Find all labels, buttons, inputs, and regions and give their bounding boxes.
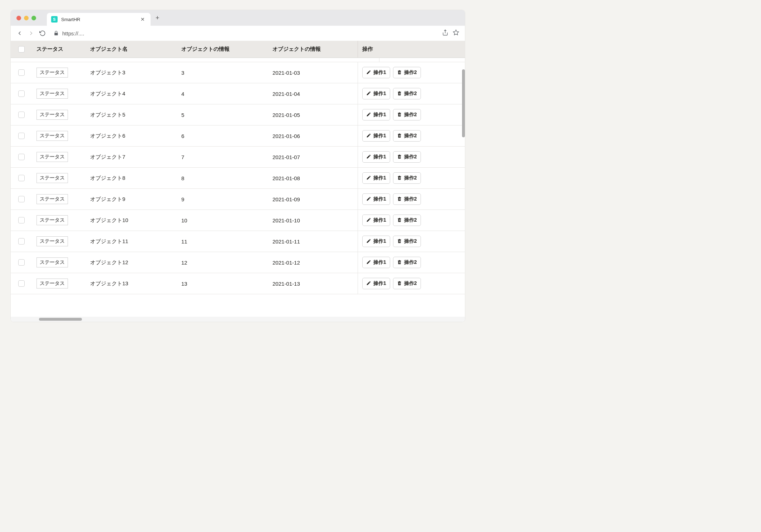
status-badge: ステータス bbox=[36, 131, 68, 141]
share-icon[interactable] bbox=[442, 29, 448, 37]
edit-button[interactable]: 操作1 bbox=[362, 109, 390, 120]
select-all-checkbox[interactable] bbox=[18, 46, 25, 53]
table-row: ステータスオブジェクト12122021-01-12操作1操作2 bbox=[11, 252, 465, 273]
delete-button[interactable]: 操作2 bbox=[393, 278, 421, 289]
row-actions-cell: 操作1操作2 bbox=[358, 125, 443, 146]
star-icon[interactable] bbox=[453, 29, 459, 37]
edit-button[interactable]: 操作1 bbox=[362, 151, 390, 163]
action2-label: 操作2 bbox=[404, 238, 417, 245]
table-row: ステータスオブジェクト882021-01-08操作1操作2 bbox=[11, 168, 465, 189]
table-row: ステータスオブジェクト772021-01-07操作1操作2 bbox=[11, 147, 465, 168]
edit-button[interactable]: 操作1 bbox=[362, 88, 390, 99]
trash-icon bbox=[397, 238, 402, 245]
row-checkbox-cell bbox=[11, 238, 32, 245]
table-row-partial bbox=[11, 58, 465, 62]
row-name-cell: オブジェクト3 bbox=[86, 69, 177, 76]
row-checkbox-cell bbox=[11, 280, 32, 287]
row-checkbox[interactable] bbox=[18, 196, 25, 202]
nav-back-button[interactable] bbox=[16, 30, 23, 36]
action1-label: 操作1 bbox=[373, 154, 386, 160]
nav-reload-button[interactable] bbox=[39, 30, 46, 36]
status-badge: ステータス bbox=[36, 89, 68, 99]
row-checkbox[interactable] bbox=[18, 69, 25, 76]
vertical-scroll-thumb[interactable] bbox=[462, 69, 465, 137]
row-checkbox[interactable] bbox=[18, 280, 25, 287]
row-actions-cell: 操作1操作2 bbox=[358, 189, 443, 210]
edit-button[interactable]: 操作1 bbox=[362, 130, 390, 142]
partial-actions-cell bbox=[379, 58, 465, 62]
row-status-cell: ステータス bbox=[32, 194, 86, 204]
delete-button[interactable]: 操作2 bbox=[393, 130, 421, 142]
action2-label: 操作2 bbox=[404, 90, 417, 97]
row-checkbox[interactable] bbox=[18, 259, 25, 266]
edit-button[interactable]: 操作1 bbox=[362, 278, 390, 289]
edit-button[interactable]: 操作1 bbox=[362, 215, 390, 226]
horizontal-scroll-thumb[interactable] bbox=[39, 318, 82, 321]
edit-button[interactable]: 操作1 bbox=[362, 236, 390, 247]
action1-label: 操作1 bbox=[373, 133, 386, 139]
row-checkbox[interactable] bbox=[18, 217, 25, 223]
window-minimize-button[interactable] bbox=[24, 16, 29, 20]
delete-button[interactable]: 操作2 bbox=[393, 67, 421, 78]
nav-forward-button[interactable] bbox=[28, 30, 34, 36]
row-name-cell: オブジェクト4 bbox=[86, 90, 177, 97]
row-name-cell: オブジェクト5 bbox=[86, 112, 177, 118]
edit-button[interactable]: 操作1 bbox=[362, 193, 390, 205]
window-close-button[interactable] bbox=[16, 16, 21, 20]
table-container[interactable]: ステータス オブジェクト名 オブジェクトの情報 オブジェクトの情報 操作 ステー… bbox=[11, 41, 465, 322]
row-info2-cell: 2021-01-10 bbox=[268, 217, 358, 223]
header-name: オブジェクト名 bbox=[86, 46, 177, 53]
new-tab-button[interactable]: + bbox=[156, 14, 159, 22]
delete-button[interactable]: 操作2 bbox=[393, 88, 421, 99]
row-name-cell: オブジェクト10 bbox=[86, 217, 177, 224]
edit-button[interactable]: 操作1 bbox=[362, 172, 390, 184]
pencil-icon bbox=[366, 175, 371, 181]
row-info2-cell: 2021-01-05 bbox=[268, 112, 358, 118]
action2-label: 操作2 bbox=[404, 217, 417, 223]
delete-button[interactable]: 操作2 bbox=[393, 215, 421, 226]
row-info1-cell: 10 bbox=[177, 217, 268, 223]
delete-button[interactable]: 操作2 bbox=[393, 151, 421, 163]
row-name-cell: オブジェクト13 bbox=[86, 280, 177, 287]
action1-label: 操作1 bbox=[373, 90, 386, 97]
table-row: ステータスオブジェクト10102021-01-10操作1操作2 bbox=[11, 210, 465, 231]
delete-button[interactable]: 操作2 bbox=[393, 236, 421, 247]
tab-close-icon[interactable]: ✕ bbox=[139, 16, 146, 23]
action1-label: 操作1 bbox=[373, 112, 386, 118]
row-actions-cell: 操作1操作2 bbox=[358, 147, 443, 167]
row-status-cell: ステータス bbox=[32, 68, 86, 78]
row-info1-cell: 6 bbox=[177, 133, 268, 139]
row-status-cell: ステータス bbox=[32, 236, 86, 246]
row-actions-cell: 操作1操作2 bbox=[358, 168, 443, 188]
row-checkbox[interactable] bbox=[18, 154, 25, 160]
row-checkbox[interactable] bbox=[18, 112, 25, 118]
pencil-icon bbox=[366, 91, 371, 97]
edit-button[interactable]: 操作1 bbox=[362, 257, 390, 268]
row-checkbox[interactable] bbox=[18, 238, 25, 245]
row-checkbox-cell bbox=[11, 175, 32, 181]
row-checkbox-cell bbox=[11, 90, 32, 97]
status-badge: ステータス bbox=[36, 173, 68, 183]
lock-icon bbox=[54, 31, 59, 36]
window-maximize-button[interactable] bbox=[31, 16, 36, 20]
row-info1-cell: 9 bbox=[177, 196, 268, 202]
table-row: ステータスオブジェクト442021-01-04操作1操作2 bbox=[11, 83, 465, 104]
row-checkbox[interactable] bbox=[18, 90, 25, 97]
header-status: ステータス bbox=[32, 46, 86, 53]
row-checkbox[interactable] bbox=[18, 133, 25, 139]
horizontal-scrollbar[interactable] bbox=[11, 317, 465, 322]
row-name-cell: オブジェクト8 bbox=[86, 175, 177, 182]
header-info1: オブジェクトの情報 bbox=[177, 46, 268, 53]
edit-button[interactable]: 操作1 bbox=[362, 67, 390, 78]
row-name-cell: オブジェクト6 bbox=[86, 133, 177, 139]
delete-button[interactable]: 操作2 bbox=[393, 257, 421, 268]
delete-button[interactable]: 操作2 bbox=[393, 172, 421, 184]
row-checkbox[interactable] bbox=[18, 175, 25, 181]
url-field[interactable]: https://.... bbox=[51, 30, 437, 36]
browser-tab[interactable]: S SmartHR ✕ bbox=[47, 13, 151, 26]
row-info1-cell: 13 bbox=[177, 281, 268, 287]
delete-button[interactable]: 操作2 bbox=[393, 109, 421, 120]
delete-button[interactable]: 操作2 bbox=[393, 193, 421, 205]
row-info2-cell: 2021-01-11 bbox=[268, 238, 358, 245]
row-info2-cell: 2021-01-04 bbox=[268, 91, 358, 97]
